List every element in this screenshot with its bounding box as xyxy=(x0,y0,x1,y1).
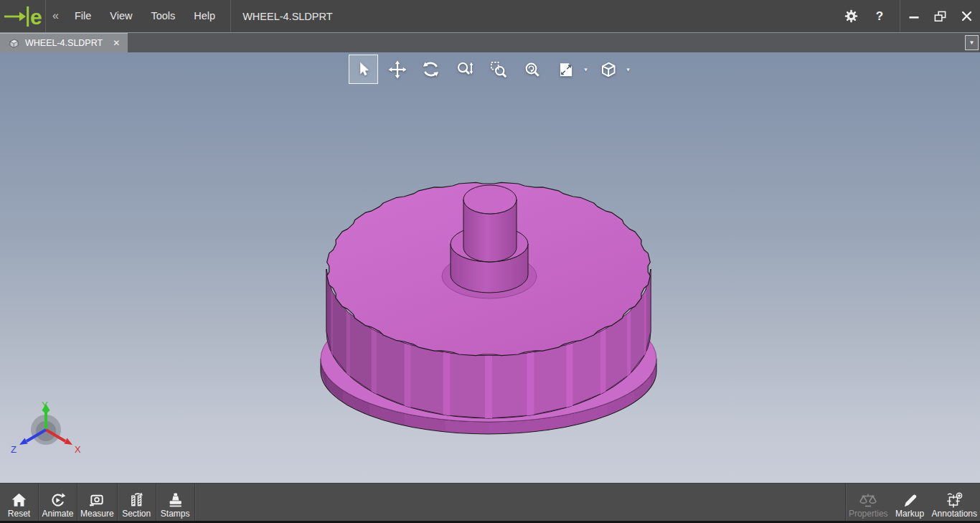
triad-z-arrowhead xyxy=(19,438,28,446)
measure-button[interactable]: Measure xyxy=(77,484,117,521)
zoom-tool-button[interactable] xyxy=(450,55,479,84)
cube-icon xyxy=(598,60,618,79)
collapse-menu-chevron[interactable]: « xyxy=(52,9,59,22)
markup-pencil-icon xyxy=(901,491,919,509)
section-icon xyxy=(128,491,146,509)
reset-button[interactable]: Reset xyxy=(0,484,38,521)
zoom-fit-icon xyxy=(523,60,542,79)
properties-button: Properties xyxy=(846,484,891,521)
close-icon xyxy=(961,10,973,22)
document-title: WHEEL-4.SLDPRT xyxy=(231,11,344,22)
viewport-toolbar: ▾ ▾ xyxy=(347,55,633,84)
pan-icon xyxy=(388,60,407,79)
tab-label: WHEEL-4.SLDPRT xyxy=(25,38,103,48)
properties-icon xyxy=(859,491,877,509)
stamps-button[interactable]: Stamps xyxy=(156,484,194,521)
zoom-fit-tool-button[interactable] xyxy=(517,55,547,84)
annotations-button[interactable]: Annotations xyxy=(929,484,980,521)
animate-button[interactable]: Animate xyxy=(39,484,77,521)
close-button[interactable] xyxy=(953,0,980,32)
restore-button[interactable] xyxy=(927,0,953,32)
pan-tool-button[interactable] xyxy=(382,55,412,84)
wheel-part-model[interactable] xyxy=(0,52,980,483)
measure-icon xyxy=(88,491,106,509)
edrawings-logo: e xyxy=(0,0,46,32)
bottom-toolbar: Reset Animate Measure xyxy=(0,483,980,523)
view-sheet-dropdown-caret[interactable]: ▾ xyxy=(581,66,590,73)
reset-label: Reset xyxy=(8,509,30,519)
triad-y-label: Y xyxy=(42,400,48,410)
part-icon xyxy=(8,38,20,49)
triad-z-label: Z xyxy=(11,444,17,455)
section-label: Section xyxy=(122,509,151,519)
question-mark-icon: ? xyxy=(876,9,883,24)
animate-label: Animate xyxy=(42,509,73,519)
minimize-button[interactable] xyxy=(900,0,927,32)
view-orientation-tool-button[interactable] xyxy=(593,55,623,84)
triad-x-arrowhead xyxy=(65,438,73,446)
minimize-icon xyxy=(908,11,920,22)
measure-label: Measure xyxy=(80,509,114,519)
settings-button[interactable] xyxy=(837,0,865,32)
zoom-area-icon xyxy=(489,60,508,79)
select-tool-button[interactable] xyxy=(349,55,378,84)
annotations-label: Annotations xyxy=(932,509,977,519)
viewport-3d[interactable]: ▾ ▾ Y Z X xyxy=(0,52,980,483)
bottombar-spacer xyxy=(195,484,845,521)
section-button[interactable]: Section xyxy=(118,484,156,521)
properties-label: Properties xyxy=(849,509,888,519)
home-icon xyxy=(10,491,28,509)
help-button[interactable]: ? xyxy=(865,0,894,32)
menu-view[interactable]: View xyxy=(100,0,141,32)
select-cursor-icon xyxy=(354,60,372,78)
orientation-triad: Y Z X xyxy=(9,398,88,467)
view-orientation-dropdown-caret[interactable]: ▾ xyxy=(623,66,633,73)
restore-icon xyxy=(933,10,947,23)
titlebar: e « File View Tools Help WHEEL-4.SLDPRT … xyxy=(0,0,980,32)
view-sheet-icon xyxy=(557,60,575,79)
annotations-icon xyxy=(945,491,963,509)
markup-button[interactable]: Markup xyxy=(891,484,929,521)
chevron-down-icon: ▼ xyxy=(969,39,975,46)
svg-text:e: e xyxy=(30,5,42,29)
stamp-icon xyxy=(166,491,184,509)
edrawings-logo-icon: e xyxy=(3,4,43,29)
zoom-area-tool-button[interactable] xyxy=(484,55,513,84)
gear-icon xyxy=(844,9,859,24)
zoom-in-out-icon xyxy=(456,60,474,79)
markup-label: Markup xyxy=(895,509,924,519)
tabbar: WHEEL-4.SLDPRT ✕ ▼ xyxy=(0,32,980,52)
menu-file[interactable]: File xyxy=(65,0,100,32)
tab-wheel-4-sldprt[interactable]: WHEEL-4.SLDPRT ✕ xyxy=(0,33,128,52)
animate-icon xyxy=(49,491,67,509)
rotate-tool-button[interactable] xyxy=(416,55,446,84)
tab-close-icon[interactable]: ✕ xyxy=(113,39,120,47)
menu-help[interactable]: Help xyxy=(184,0,225,32)
stamps-label: Stamps xyxy=(161,509,190,519)
view-sheet-tool-button[interactable] xyxy=(551,55,580,84)
menu-tools[interactable]: Tools xyxy=(141,0,184,32)
triad-x-label: X xyxy=(75,444,81,455)
rotate-icon xyxy=(421,60,440,79)
tab-overflow-button[interactable]: ▼ xyxy=(965,35,979,50)
